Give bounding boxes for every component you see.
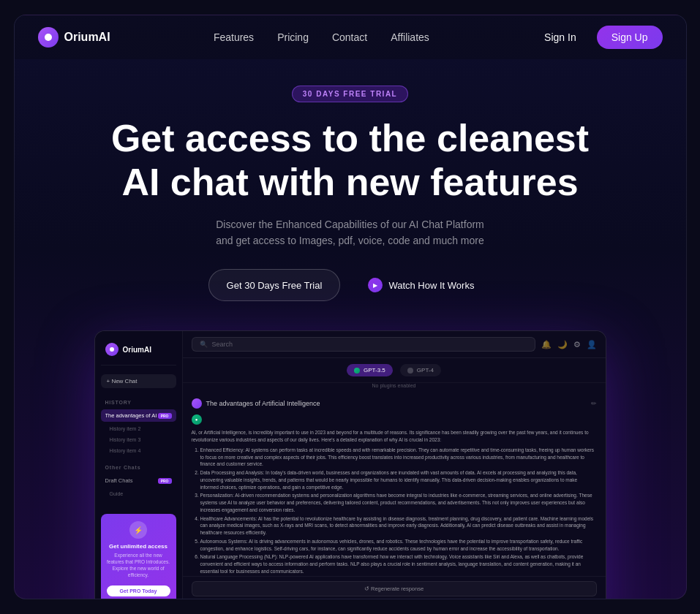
hero-subtitle: Discover the Enhanced Capabilities of ou… xyxy=(216,216,484,249)
bell-icon[interactable]: 🔔 xyxy=(541,340,552,349)
page-wrapper: OriumAI Features Pricing Contact Affilia… xyxy=(14,15,687,599)
upgrade-card: ⚡ Get unlimited access Experience all th… xyxy=(101,514,176,599)
sidebar-logo-icon xyxy=(105,343,118,356)
topbar-icons: 🔔 🌙 ⚙ 👤 xyxy=(541,340,597,349)
pro-badge-other: PRO xyxy=(158,478,172,484)
hero-actions: Get 30 Days Free Trial ▶ Watch How It Wo… xyxy=(208,269,492,301)
nav-affiliates[interactable]: Affiliates xyxy=(391,31,429,43)
app-main: 🔍 Search 🔔 🌙 ⚙ 👤 GPT-3.5 GPT xyxy=(183,331,606,599)
chat-edit-icon[interactable]: ✏ xyxy=(591,400,597,407)
ai-response-icon: ● xyxy=(192,414,202,425)
gpt35-label: GPT-3.5 xyxy=(364,367,385,374)
signup-button[interactable]: Sign Up xyxy=(597,26,663,49)
upgrade-desc: Experience all the new features that PRO… xyxy=(107,552,170,578)
chat-title-text: The advantages of Artificial Intelligenc… xyxy=(192,398,320,409)
sidebar-history-label: HISTORY xyxy=(101,397,176,406)
play-icon: ▶ xyxy=(368,278,383,292)
response-intro: AI, or Artificial Intelligence, is incre… xyxy=(192,429,597,444)
watch-button[interactable]: ▶ Watch How It Works xyxy=(350,269,492,301)
nav-features[interactable]: Features xyxy=(214,31,254,43)
sidebar-sub-1[interactable]: History item 2 xyxy=(101,425,176,433)
model-gpt35-button[interactable]: GPT-3.5 xyxy=(347,364,393,376)
settings-icon[interactable]: ⚙ xyxy=(573,340,581,349)
model-selector: GPT-3.5 GPT-4 xyxy=(183,358,606,383)
nav-logo: OriumAI xyxy=(38,27,110,48)
chat-title-label: The advantages of Artificial Intelligenc… xyxy=(206,400,320,407)
gpt4-label: GPT-4 xyxy=(417,367,434,374)
nav-actions: Sign In Sign Up xyxy=(532,26,662,49)
sidebar-other-label: Other Chats xyxy=(101,462,176,471)
search-bar[interactable]: 🔍 Search xyxy=(192,337,535,352)
logo-inner xyxy=(45,34,52,41)
chat-bottom: ↺ Regenerate response Write a detailed a… xyxy=(183,576,606,599)
nav-contact[interactable]: Contact xyxy=(332,31,367,43)
sidebar-item-text-0: The advantages of AI xyxy=(105,412,158,419)
trial-badge: 30 DAYS FREE TRIAL xyxy=(292,86,408,102)
nav-links: Features Pricing Contact Affiliates xyxy=(214,31,429,44)
user-icon[interactable]: 👤 xyxy=(587,340,597,349)
hero-subtitle-line2: and get access to Images, pdf, voice, co… xyxy=(216,235,484,246)
sidebar-item-text-other: Draft Chats xyxy=(105,477,158,484)
upgrade-button[interactable]: Get PRO Today xyxy=(107,585,170,596)
chat-title: The advantages of Artificial Intelligenc… xyxy=(192,398,597,409)
hero-subtitle-line1: Discover the Enhanced Capabilities of ou… xyxy=(216,219,484,230)
gpt4-dot xyxy=(407,368,413,374)
response-point-0: Enhanced Efficiency: AI systems can perf… xyxy=(200,447,597,468)
sidebar-item-0[interactable]: The advantages of AI PRO xyxy=(101,409,176,422)
response-point-1: Data Processing and Analysis: In today's… xyxy=(200,469,597,490)
plugins-label: No plugins enabled xyxy=(183,383,606,391)
nav-pricing[interactable]: Pricing xyxy=(277,31,309,43)
response-point-2: Personalization: AI-driven recommendatio… xyxy=(200,492,597,513)
signin-button[interactable]: Sign In xyxy=(532,26,588,49)
gpt35-dot xyxy=(354,368,360,374)
response-text: AI, or Artificial Intelligence, is incre… xyxy=(192,429,597,576)
hero-title: Get access to the cleanest AI chat with … xyxy=(111,117,589,205)
app-sidebar: OriumAI + New Chat HISTORY The advantage… xyxy=(95,331,183,599)
response-point-3: Healthcare Advancements: AI has the pote… xyxy=(200,515,597,537)
hero-section: 30 DAYS FREE TRIAL Get access to the cle… xyxy=(15,59,686,330)
sidebar-sub-guide[interactable]: Guide xyxy=(101,490,176,498)
hero-title-line1: Get access to the cleanest xyxy=(111,117,589,159)
trial-button[interactable]: Get 30 Days Free Trial xyxy=(208,269,341,301)
logo-text: OriumAI xyxy=(64,31,110,44)
sidebar-logo-text: OriumAI xyxy=(123,346,151,354)
response-points-list: Enhanced Efficiency: AI systems can perf… xyxy=(192,447,597,577)
chat-area: The advantages of Artificial Intelligenc… xyxy=(183,391,606,576)
upgrade-icon: ⚡ xyxy=(129,521,147,539)
new-chat-button[interactable]: + New Chat xyxy=(101,374,176,388)
sidebar-logo: OriumAI xyxy=(101,340,176,365)
search-icon: 🔍 xyxy=(200,341,208,348)
sidebar-sub-3[interactable]: History item 4 xyxy=(101,447,176,455)
sidebar-item-other[interactable]: Draft Chats PRO xyxy=(101,474,176,487)
sidebar-sub-2[interactable]: History item 3 xyxy=(101,436,176,444)
chat-user-bubble xyxy=(192,398,202,409)
logo-icon xyxy=(38,27,59,48)
sidebar-logo-inner xyxy=(110,347,114,352)
model-gpt4-button[interactable]: GPT-4 xyxy=(400,364,441,376)
watch-label: Watch How It Works xyxy=(388,280,474,291)
moon-icon[interactable]: 🌙 xyxy=(557,340,568,349)
app-screenshot: OriumAI + New Chat HISTORY The advantage… xyxy=(94,330,606,599)
upgrade-title: Get unlimited access xyxy=(107,543,170,550)
regenerate-button[interactable]: ↺ Regenerate response xyxy=(192,581,597,596)
response-point-5: Natural Language Processing (NLP): NLP-p… xyxy=(200,553,597,575)
hero-title-line2: AI chat with new features xyxy=(121,161,578,203)
pro-badge-0: PRO xyxy=(158,413,172,419)
response-point-4: Autonomous Systems: AI is driving advanc… xyxy=(200,538,597,553)
navbar: OriumAI Features Pricing Contact Affilia… xyxy=(15,15,686,59)
app-topbar: 🔍 Search 🔔 🌙 ⚙ 👤 xyxy=(183,331,606,358)
search-placeholder: Search xyxy=(212,341,233,348)
